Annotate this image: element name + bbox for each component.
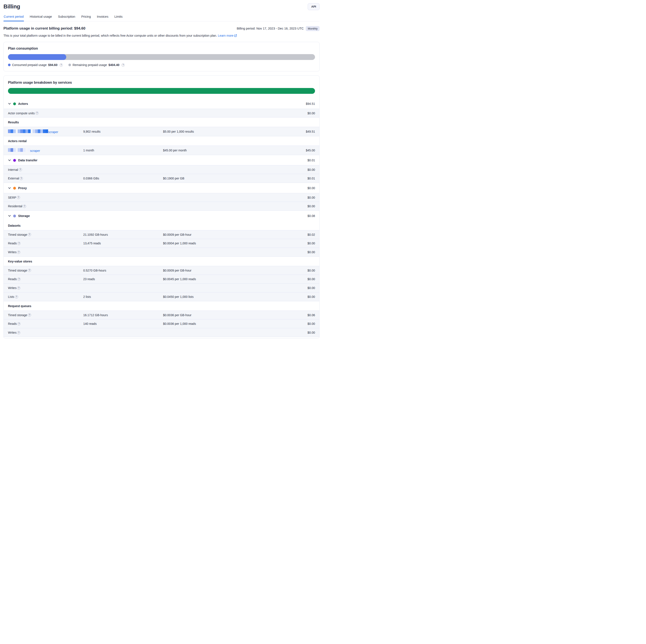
actor-link[interactable]: scraper xyxy=(30,149,40,152)
usage-table-row: scraper9,902 results$5.00 per 1,000 resu… xyxy=(4,127,319,136)
breakdown-title: Platform usage breakdown by services xyxy=(8,81,315,85)
learn-more-link[interactable]: Learn more xyxy=(218,34,237,37)
help-icon[interactable]: ? xyxy=(15,295,18,298)
help-icon[interactable]: ? xyxy=(28,233,31,236)
chevron-down-icon[interactable] xyxy=(8,102,11,105)
tab-pricing[interactable]: Pricing xyxy=(81,14,91,21)
service-color-dot-icon xyxy=(13,215,16,218)
usage-item-label-cell: Residental? xyxy=(8,205,83,208)
help-icon[interactable]: ? xyxy=(17,322,20,326)
usage-quantity: 1 month xyxy=(83,149,163,152)
usage-item-label-cell: Reads? xyxy=(8,242,83,245)
usage-item-label-cell: Writes? xyxy=(8,250,83,254)
usage-item-label-cell: Actor compute units? xyxy=(8,112,83,115)
usage-table-row: Internal?$0.00 xyxy=(4,165,319,174)
service-color-dot-icon xyxy=(13,187,16,189)
usage-quantity: 21.1092 GB-hours xyxy=(83,233,163,236)
help-icon[interactable]: ? xyxy=(17,331,20,334)
billing-tabs: Current periodHistorical usageSubscripti… xyxy=(3,14,320,21)
usage-unit-price: $0.0036 per GB-hour xyxy=(163,313,267,317)
usage-unit-price: $0.0450 per 1,000 lists xyxy=(163,295,267,298)
usage-total: $49.51 xyxy=(267,130,315,133)
usage-item-label: SERP xyxy=(8,196,16,199)
usage-item-label: Writes xyxy=(8,286,16,290)
help-icon[interactable]: ? xyxy=(121,63,125,67)
usage-item-label: Residental xyxy=(8,205,22,208)
service-section-row-actors[interactable]: Actors$94.51 xyxy=(4,99,319,109)
plan-consumption-bar xyxy=(8,54,315,60)
usage-table-row: Reads?23 reads$0.0045 per 1,000 reads$0.… xyxy=(4,275,319,284)
help-icon[interactable]: ? xyxy=(28,313,31,316)
usage-table-row: Reads?140 reads$0.0036 per 1,000 reads$0… xyxy=(4,319,319,328)
tab-historical-usage[interactable]: Historical usage xyxy=(29,14,52,21)
chevron-down-icon[interactable] xyxy=(8,214,11,218)
help-icon[interactable]: ? xyxy=(19,168,22,171)
censored-actor-name xyxy=(8,129,48,133)
usage-item-label: Internal xyxy=(8,168,18,171)
usage-total: $0.00 xyxy=(267,205,315,208)
consumed-dot-icon xyxy=(8,63,11,66)
usage-unit-price: $5.00 per 1,000 results xyxy=(163,130,267,133)
billing-period-wrap: Billing period: Nov 17, 2023 - Dec 16, 2… xyxy=(237,26,320,31)
usage-table-row: Writes?$0.00 xyxy=(4,328,319,337)
chevron-down-icon[interactable] xyxy=(8,186,11,189)
usage-total: $45.00 xyxy=(267,149,315,152)
plan-consumption-card: Plan consumption Consumed prepaid usage … xyxy=(3,42,320,72)
usage-summary-row: Platform usage in current billing period… xyxy=(3,26,320,31)
help-icon[interactable]: ? xyxy=(17,286,20,290)
actor-link[interactable]: scraper xyxy=(48,130,58,134)
usage-item-label: Writes xyxy=(8,331,16,334)
help-icon[interactable]: ? xyxy=(17,242,20,245)
help-icon[interactable]: ? xyxy=(17,196,20,199)
service-section-row-proxy[interactable]: Proxy$0.00 xyxy=(4,183,319,193)
tab-limits[interactable]: Limits xyxy=(114,14,123,21)
censored-actor-name xyxy=(8,148,30,152)
tab-current-period[interactable]: Current period xyxy=(3,14,24,21)
usage-total: $0.00 xyxy=(267,269,315,272)
usage-item-label: Lists xyxy=(8,295,14,298)
usage-item-label: Timed storage xyxy=(8,313,27,317)
service-section-row-data-transfer[interactable]: Data transfer$0.01 xyxy=(4,155,319,165)
plan-consumed-bar-fill xyxy=(8,54,66,60)
usage-total: $0.00 xyxy=(267,250,315,254)
help-icon[interactable]: ? xyxy=(35,112,39,115)
plan-consumption-legend: Consumed prepaid usage $94.60 ? Remainin… xyxy=(8,63,315,67)
service-name: Data transfer xyxy=(18,158,37,162)
usage-table-row: Timed storage?21.1092 GB-hours$0.0009 pe… xyxy=(4,230,319,239)
api-button[interactable]: API xyxy=(308,3,320,10)
usage-item-label-cell: Timed storage? xyxy=(8,233,83,236)
help-icon[interactable]: ? xyxy=(28,269,31,272)
usage-total: $0.00 xyxy=(267,168,315,171)
chevron-down-icon[interactable] xyxy=(8,159,11,162)
usage-item-label-cell: Reads? xyxy=(8,277,83,281)
service-section-row-storage[interactable]: Storage$0.08 xyxy=(4,211,319,221)
help-icon[interactable]: ? xyxy=(60,63,63,67)
service-total: $0.00 xyxy=(308,186,315,190)
tab-invoices[interactable]: Invoices xyxy=(97,14,109,21)
group-subheader: Actors rental xyxy=(4,136,319,146)
breakdown-table: Actors$94.51Actor compute units?$0.00Res… xyxy=(4,99,319,337)
usage-item-label-cell: Internal? xyxy=(8,168,83,171)
usage-description: This is your total platform usage to be … xyxy=(3,33,320,38)
tab-subscription[interactable]: Subscription xyxy=(58,14,76,21)
usage-item-label: Timed storage xyxy=(8,233,27,236)
help-icon[interactable]: ? xyxy=(17,278,20,281)
help-icon[interactable]: ? xyxy=(23,205,26,208)
help-icon[interactable]: ? xyxy=(20,177,23,180)
usage-total: $0.01 xyxy=(267,177,315,180)
billing-page: Billing API Current periodHistorical usa… xyxy=(0,0,323,339)
billing-period-text: Billing period: Nov 17, 2023 - Dec 16, 2… xyxy=(237,27,304,30)
group-subheader: Datasets xyxy=(4,221,319,230)
usage-total: $0.00 xyxy=(267,295,315,298)
page-header: Billing API xyxy=(3,0,320,10)
usage-table-row: Lists?2 lists$0.0450 per 1,000 lists$0.0… xyxy=(4,292,319,301)
remaining-label: Remaining prepaid usage xyxy=(73,63,107,67)
help-icon[interactable]: ? xyxy=(17,251,20,254)
usage-item-label-cell: External? xyxy=(8,177,83,180)
service-color-dot-icon xyxy=(13,103,16,105)
usage-quantity: 9,902 results xyxy=(83,130,163,133)
usage-table-row: Timed storage?0.5270 GB-hours$0.0009 per… xyxy=(4,266,319,275)
usage-table-row: Reads?13,475 reads$0.0004 per 1,000 read… xyxy=(4,239,319,248)
usage-quantity: 0.5270 GB-hours xyxy=(83,269,163,272)
usage-item-label: Reads xyxy=(8,322,17,326)
